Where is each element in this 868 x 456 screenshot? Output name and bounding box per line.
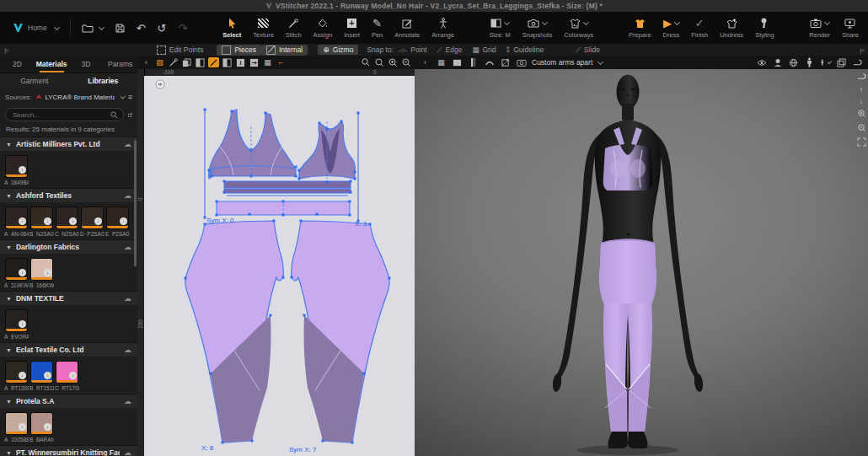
cloud-icon[interactable]: ☁: [124, 346, 131, 354]
material-swatch[interactable]: ↓: [56, 207, 78, 229]
show-stitches-icon[interactable]: [208, 57, 219, 67]
half-symmetry-icon[interactable]: [222, 57, 233, 67]
material-swatch[interactable]: ↓: [106, 207, 129, 229]
snapshots-button[interactable]: Snapshots: [517, 13, 558, 42]
avatar-options-dropdown[interactable]: [820, 57, 831, 67]
internal-toggle[interactable]: Internal: [261, 45, 308, 56]
material-thumb[interactable]: ↓A_100588: [5, 412, 28, 443]
collapse-right-panel-icon[interactable]: |<: [855, 46, 868, 54]
collapse-2d-toolbar-icon[interactable]: ‹: [141, 57, 152, 67]
tab-2d[interactable]: 2D: [0, 56, 35, 72]
category-header[interactable]: ▼PT. Winnersumbiri Knitting Factory☁: [0, 445, 137, 456]
slide-toggle[interactable]: ⟋ Slide: [571, 45, 605, 56]
tool-texture-button[interactable]: Texture: [247, 13, 280, 42]
pan-down-icon[interactable]: ↓: [860, 97, 864, 105]
tab-3d[interactable]: 3D: [69, 56, 104, 72]
cloud-icon[interactable]: ☁: [124, 140, 131, 148]
history-button[interactable]: ↺: [152, 13, 173, 42]
mirror-split-icon[interactable]: [468, 57, 479, 67]
category-header[interactable]: ▼Artistic Milliners Pvt. Ltd☁: [0, 137, 137, 151]
open-file-button[interactable]: [76, 13, 110, 42]
hook-icon[interactable]: [852, 57, 863, 67]
collapse-triangle-icon[interactable]: ▼: [6, 296, 12, 302]
material-swatch[interactable]: ↓: [5, 207, 28, 229]
redo-button[interactable]: ↷: [173, 13, 194, 42]
piece-window-icon[interactable]: [195, 57, 206, 67]
category-header[interactable]: ▼Darlington Fabrics☁: [0, 239, 137, 254]
render-button[interactable]: Render: [803, 13, 836, 42]
zoom-in-icon[interactable]: [387, 57, 398, 67]
material-thumb[interactable]: ↓A_119KWG: [5, 258, 28, 288]
grid-3d-icon[interactable]: ▦: [436, 57, 447, 67]
grid-2d-icon[interactable]: ▦: [262, 57, 273, 67]
undress-button[interactable]: Undress: [714, 13, 749, 42]
subtab-libraries[interactable]: Libraries: [69, 77, 138, 85]
material-swatch[interactable]: ↓: [5, 155, 28, 178]
collapse-triangle-icon[interactable]: ▼: [6, 399, 12, 405]
eye-visibility-icon[interactable]: [756, 57, 767, 67]
pattern-canvas[interactable]: Sym X: 0 X: 3 X: 8 Sym X: 7: [144, 76, 415, 456]
material-swatch[interactable]: ↓: [56, 361, 78, 384]
material-thumb[interactable]: ↓B_RT1511: [30, 361, 53, 391]
material-thumb[interactable]: ↓B_N2SA0X: [30, 207, 53, 237]
zoom-fit-icon[interactable]: [373, 57, 384, 67]
globe-icon[interactable]: [788, 57, 799, 67]
zoom-marquee-icon[interactable]: [360, 57, 371, 67]
search-input[interactable]: [11, 110, 107, 120]
sidebar-scrollbar[interactable]: [134, 140, 137, 266]
material-thumb[interactable]: ↓A_EVORA: [5, 309, 28, 340]
gizmo-toggle[interactable]: ⊕ Gizmo: [318, 45, 358, 55]
collapse-triangle-icon[interactable]: ▼: [6, 142, 12, 148]
tool-assign-button[interactable]: Assign: [308, 13, 339, 42]
bra-front-band[interactable]: [212, 166, 296, 177]
category-header[interactable]: ▼DNM TEXTILE☁: [0, 291, 137, 305]
edit-points-toggle[interactable]: Edit Points: [152, 45, 209, 56]
undo-button[interactable]: ↶: [131, 13, 152, 42]
category-header[interactable]: ▼Ashford Textiles☁: [0, 188, 137, 202]
material-thumb[interactable]: ↓A_AN-064: [5, 207, 28, 237]
material-swatch[interactable]: ↓: [5, 258, 28, 281]
category-header[interactable]: ▼Protela S.A☁: [0, 394, 137, 408]
avatar-body-icon[interactable]: [804, 57, 815, 67]
material-swatch[interactable]: ↓: [30, 361, 53, 384]
ruler-corner-icon[interactable]: ⌐: [276, 57, 287, 67]
dress-button[interactable]: ▶ Dress: [657, 13, 686, 42]
tool-stitch-button[interactable]: Stitch: [280, 13, 308, 42]
band-strip-dark[interactable]: [224, 181, 351, 188]
material-swatch[interactable]: ↓: [5, 361, 28, 384]
source-dropdown[interactable]: LYCRA® Brand Materials Li...: [45, 94, 114, 101]
home-button[interactable]: Home: [7, 13, 65, 42]
collapse-triangle-icon[interactable]: ▼: [6, 347, 12, 353]
finish-button[interactable]: ✓ Finish: [685, 13, 714, 42]
share-button[interactable]: Share: [836, 13, 865, 42]
search-icon[interactable]: [110, 111, 118, 119]
windows-layout-icon[interactable]: [836, 57, 847, 67]
pieces-toggle[interactable]: Pieces: [217, 45, 261, 56]
collapse-3d-toolbar-icon[interactable]: ‹: [420, 57, 431, 67]
tool-annotate-button[interactable]: Annotate: [388, 13, 426, 42]
material-swatch[interactable]: ↓: [5, 412, 28, 435]
flow-direction-icon[interactable]: [249, 57, 260, 67]
cloud-icon[interactable]: ☁: [124, 294, 131, 303]
material-swatch[interactable]: ↓: [30, 412, 53, 435]
cloud-icon[interactable]: ☁: [124, 397, 131, 405]
material-thumb[interactable]: ↓C_RT1708: [56, 361, 78, 391]
snap-grid-toggle[interactable]: ▦ Grid: [467, 45, 501, 55]
cloud-icon[interactable]: ☁: [124, 448, 131, 456]
tab-materials[interactable]: Materials: [35, 56, 69, 72]
material-swatch[interactable]: ↓: [30, 258, 53, 281]
collapse-triangle-icon[interactable]: ▼: [6, 193, 12, 199]
material-swatch[interactable]: ↓: [81, 207, 104, 229]
3d-viewport[interactable]: [415, 69, 868, 456]
pose-dropdown[interactable]: Custom arms apart: [532, 58, 603, 67]
info-icon[interactable]: i: [235, 57, 246, 67]
resize-view-icon[interactable]: [500, 57, 511, 67]
material-swatch[interactable]: ↓: [30, 207, 53, 229]
save-button[interactable]: [110, 13, 131, 42]
tab-params[interactable]: Params: [103, 56, 137, 72]
camera-3d-icon[interactable]: [516, 57, 527, 67]
size-button[interactable]: Size: M: [484, 13, 517, 42]
tool-arrange-button[interactable]: Arrange: [426, 13, 460, 42]
snap-point-toggle[interactable]: -○- Point: [394, 45, 432, 55]
subtab-garment[interactable]: Garment: [0, 77, 69, 85]
